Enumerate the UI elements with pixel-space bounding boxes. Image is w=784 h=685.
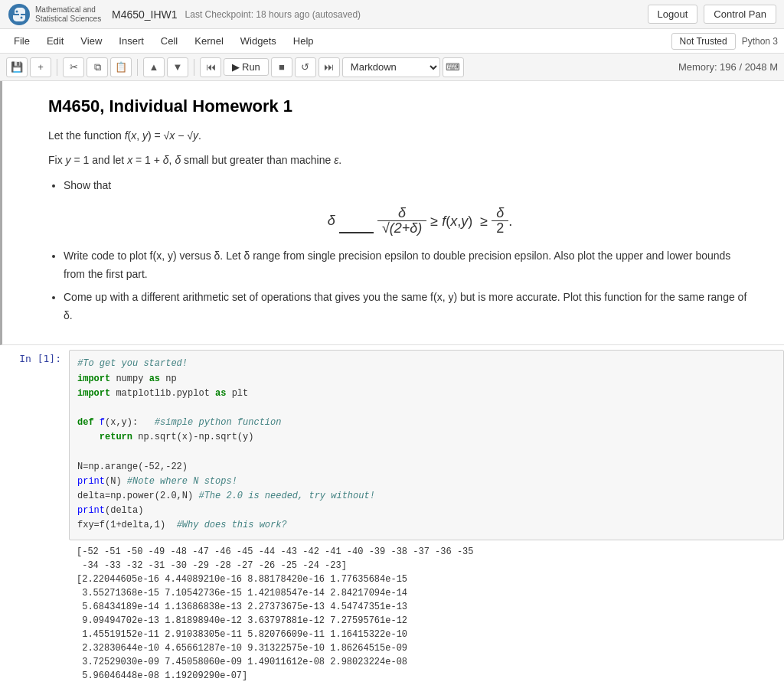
logo-text: Mathematical and Statistical Sciences bbox=[35, 5, 104, 24]
toolbar: 💾 + ✂ ⧉ 📋 ▲ ▼ ⏮ ▶ Run ■ ↺ ⏭ Markdown Cod… bbox=[0, 54, 784, 81]
cell-1-output: [-52 -51 -50 -49 -48 -47 -46 -45 -44 -43… bbox=[69, 540, 784, 685]
menu-cell[interactable]: Cell bbox=[153, 32, 185, 50]
run-label: Run bbox=[242, 61, 260, 73]
para-2: Fix y = 1 and let x = 1 + δ, δ small but… bbox=[48, 152, 753, 168]
fast-back-button[interactable]: ⏮ bbox=[200, 57, 221, 77]
keyboard-shortcuts-button[interactable]: ⌨ bbox=[443, 57, 464, 77]
logout-button[interactable]: Logout bbox=[648, 5, 698, 24]
top-bar-right: Logout Control Pan bbox=[648, 5, 776, 24]
markdown-cell: M4650, Individual Homework 1 Let the fun… bbox=[0, 81, 784, 345]
svg-point-2 bbox=[21, 16, 23, 18]
save-button[interactable]: 💾 bbox=[6, 57, 28, 77]
python-version-label: Python 3 bbox=[742, 36, 778, 47]
cell-1-prompt: In [1]: bbox=[0, 345, 69, 685]
cell-1-code[interactable]: #To get you started! import numpy as np … bbox=[69, 350, 784, 540]
notebook-title: M4650_IHW1 bbox=[112, 8, 178, 21]
move-down-button[interactable]: ▼ bbox=[167, 57, 188, 77]
python-logo-icon bbox=[8, 3, 31, 26]
svg-point-1 bbox=[16, 10, 18, 12]
memory-display: Memory: 196 / 2048 M bbox=[678, 61, 778, 73]
bullet-2: Write code to plot f(x, y) versus δ. Let… bbox=[64, 247, 753, 284]
math-formula: δ δ √(2+δ) ≥ f(x,y) ≥ δ 2 bbox=[64, 206, 753, 237]
instructions-list: Show that δ δ √(2+δ) ≥ f(x,y) bbox=[64, 177, 753, 325]
top-bar-left: Mathematical and Statistical Sciences M4… bbox=[8, 3, 361, 26]
copy-button[interactable]: ⧉ bbox=[87, 57, 108, 77]
toolbar-separator-2 bbox=[137, 59, 138, 76]
menu-help[interactable]: Help bbox=[286, 32, 322, 50]
interrupt-button[interactable]: ■ bbox=[271, 57, 292, 77]
menu-bar-right: Not Trusted Python 3 bbox=[671, 33, 778, 50]
add-cell-button[interactable]: + bbox=[30, 57, 51, 77]
fast-forward-button[interactable]: ⏭ bbox=[318, 57, 340, 77]
checkpoint-info: Last Checkpoint: 18 hours ago (autosaved… bbox=[185, 9, 361, 20]
not-trusted-button[interactable]: Not Trusted bbox=[671, 33, 736, 50]
cell-type-select[interactable]: Markdown Code Raw NBConvert bbox=[342, 57, 440, 77]
top-bar: Mathematical and Statistical Sciences M4… bbox=[0, 0, 784, 29]
menu-widgets[interactable]: Widgets bbox=[233, 32, 284, 50]
cut-button[interactable]: ✂ bbox=[63, 57, 84, 77]
notebook: M4650, Individual Homework 1 Let the fun… bbox=[0, 81, 784, 685]
run-button[interactable]: ▶ Run bbox=[224, 58, 269, 76]
menu-edit[interactable]: Edit bbox=[39, 32, 71, 50]
menu-bar: File Edit View Insert Cell Kernel Widget… bbox=[0, 29, 784, 54]
logo-area: Mathematical and Statistical Sciences bbox=[8, 3, 104, 26]
bullet-1: Show that δ δ √(2+δ) ≥ f(x,y) bbox=[64, 177, 753, 236]
code-cell-1: In [1]: #To get you started! import nump… bbox=[0, 345, 784, 685]
menu-file[interactable]: File bbox=[6, 32, 38, 50]
menu-insert[interactable]: Insert bbox=[111, 32, 152, 50]
hw-title: M4650, Individual Homework 1 bbox=[48, 96, 753, 116]
bullet-3: Come up with a different arithmetic set … bbox=[64, 289, 753, 325]
move-up-button[interactable]: ▲ bbox=[143, 57, 165, 77]
paste-button[interactable]: 📋 bbox=[110, 57, 132, 77]
cell-1-content: #To get you started! import numpy as np … bbox=[69, 345, 784, 685]
menu-kernel[interactable]: Kernel bbox=[187, 32, 231, 50]
toolbar-separator-3 bbox=[194, 59, 194, 76]
para-1: Let the function f(x, y) = √x − √y. bbox=[48, 127, 753, 144]
restart-button[interactable]: ↺ bbox=[295, 57, 316, 77]
run-icon: ▶ bbox=[232, 61, 240, 73]
control-panel-button[interactable]: Control Pan bbox=[704, 5, 776, 24]
toolbar-separator-1 bbox=[57, 59, 57, 76]
menu-view[interactable]: View bbox=[73, 32, 109, 50]
